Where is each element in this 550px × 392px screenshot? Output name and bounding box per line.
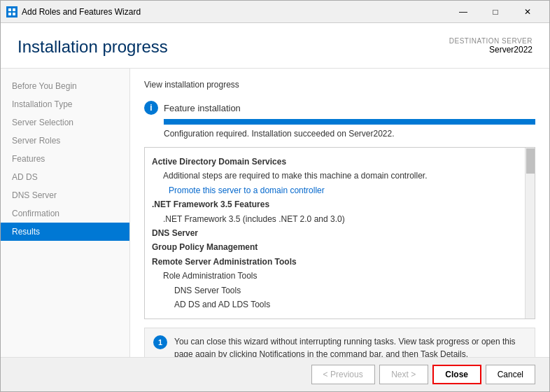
title-bar: Add Roles and Features Wizard — □ ✕: [1, 1, 549, 23]
result-net-title: .NET Framework 3.5 Features: [152, 197, 518, 211]
window-title: Add Roles and Features Wizard: [22, 7, 447, 17]
svg-rect-2: [8, 13, 11, 15]
notification-number: 1: [153, 335, 167, 349]
svg-rect-1: [13, 8, 15, 11]
cancel-button[interactable]: Cancel: [486, 365, 535, 384]
destination-name: Server2022: [449, 45, 533, 55]
info-icon: i: [144, 101, 158, 115]
sidebar: Before You Begin Installation Type Serve…: [1, 69, 130, 357]
results-box: Active Directory Domain Services Additio…: [144, 147, 535, 319]
minimize-button[interactable]: —: [447, 1, 479, 23]
footer: < Previous Next > Close Cancel: [1, 357, 549, 391]
sidebar-item-before-you-begin[interactable]: Before You Begin: [1, 77, 129, 95]
next-button[interactable]: Next >: [379, 365, 428, 384]
previous-button[interactable]: < Previous: [311, 365, 375, 384]
main-window: Add Roles and Features Wizard — □ ✕ Inst…: [0, 0, 550, 392]
maximize-button[interactable]: □: [479, 1, 512, 23]
main-body: Before You Begin Installation Type Serve…: [1, 69, 549, 357]
feature-installation-label: Feature installation: [164, 103, 241, 113]
result-rsat-title: Remote Server Administration Tools: [152, 255, 518, 269]
progress-bar-fill: [164, 119, 535, 125]
result-gpo-title: Group Policy Management: [152, 240, 518, 254]
sidebar-item-server-selection[interactable]: Server Selection: [1, 113, 129, 132]
app-icon: [6, 6, 17, 18]
close-button[interactable]: Close: [432, 365, 481, 384]
results-content: Active Directory Domain Services Additio…: [145, 148, 535, 318]
result-ad-ds-link-row: Promote this server to a domain controll…: [163, 183, 518, 197]
result-rsat-adlds: AD DS and AD LDS Tools: [174, 298, 518, 312]
view-progress-label: View installation progress: [144, 80, 535, 90]
result-net-desc: .NET Framework 3.5 (includes .NET 2.0 an…: [163, 212, 518, 226]
result-ad-ds-desc: Additional steps are required to make th…: [163, 169, 518, 183]
installation-block: i Feature installation Configuration req…: [144, 101, 535, 139]
header-section: Installation progress DESTINATION SERVER…: [1, 23, 549, 69]
svg-rect-0: [8, 8, 11, 11]
main-content: View installation progress i Feature ins…: [130, 69, 549, 357]
result-dns-title: DNS Server: [152, 226, 518, 240]
result-ad-ds-title: Active Directory Domain Services: [152, 155, 518, 169]
sidebar-item-results[interactable]: Results: [1, 223, 129, 241]
progress-bar-container: [164, 119, 535, 125]
sidebar-item-confirmation[interactable]: Confirmation: [1, 204, 129, 223]
sidebar-item-ad-ds[interactable]: AD DS: [1, 168, 129, 186]
window-controls: — □ ✕: [447, 1, 544, 23]
promote-server-link[interactable]: Promote this server to a domain controll…: [169, 186, 325, 195]
notification-text: You can close this wizard without interr…: [174, 335, 526, 357]
sidebar-item-features[interactable]: Features: [1, 150, 129, 168]
config-text: Configuration required. Installation suc…: [164, 129, 535, 139]
sidebar-item-installation-type[interactable]: Installation Type: [1, 95, 129, 113]
feature-row: i Feature installation: [144, 101, 535, 115]
sidebar-item-server-roles[interactable]: Server Roles: [1, 132, 129, 150]
notification-block: 1 You can close this wizard without inte…: [144, 328, 535, 357]
scrollbar-thumb[interactable]: [526, 148, 535, 174]
result-rsat-dns: DNS Server Tools: [174, 284, 518, 298]
result-rsat-role: Role Administration Tools: [163, 269, 518, 283]
scrollbar-track[interactable]: [525, 148, 535, 318]
page-title: Installation progress: [17, 37, 168, 57]
close-window-button[interactable]: ✕: [512, 1, 544, 23]
svg-rect-3: [13, 13, 15, 15]
page-header: Installation progress DESTINATION SERVER…: [1, 23, 549, 69]
destination-label: DESTINATION SERVER: [449, 37, 533, 45]
sidebar-item-dns-server[interactable]: DNS Server: [1, 186, 129, 204]
destination-server-info: DESTINATION SERVER Server2022: [449, 37, 533, 55]
